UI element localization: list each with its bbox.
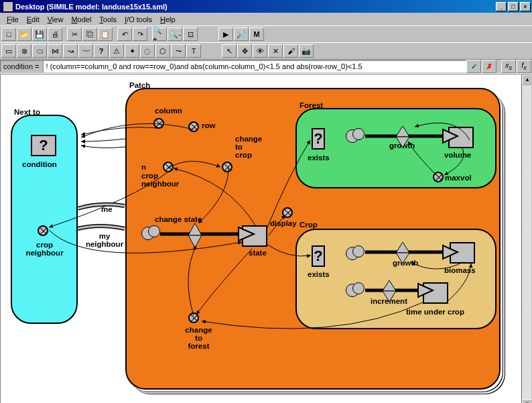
node-condition-box[interactable]: ?: [31, 135, 56, 156]
formula-input[interactable]: ! (column==column_0 and row==row_0)and a…: [43, 60, 466, 72]
label-change-to-crop: changetocrop: [235, 135, 272, 159]
label-crop-growth: growth: [393, 259, 418, 267]
menu-iotools[interactable]: I/O tools: [121, 14, 156, 25]
label-forest-volume: volume: [444, 151, 471, 159]
tb-copy-icon[interactable]: ⿻: [82, 27, 97, 41]
formula-xs-icon[interactable]: xs: [501, 60, 516, 73]
tb-redo-icon[interactable]: ↷: [133, 27, 147, 41]
label-state: state: [249, 249, 267, 257]
node-change-to-crop-var[interactable]: [222, 162, 232, 172]
tb-zoomin-icon[interactable]: 🔍+: [152, 27, 167, 41]
tb-search-icon[interactable]: 🔎: [234, 27, 249, 41]
node-crop-exists[interactable]: ?: [312, 245, 325, 267]
tool-ghost-icon[interactable]: ◌: [140, 44, 155, 58]
tool-condition-icon[interactable]: ?: [94, 44, 109, 58]
tb-zoomfit-icon[interactable]: ⊡: [183, 27, 198, 41]
minimize-button[interactable]: _: [496, 2, 507, 11]
node-change-to-forest-var[interactable]: [188, 312, 199, 323]
close-button[interactable]: ×: [520, 2, 531, 11]
label-forest-maxvol: maxvol: [445, 174, 472, 182]
maximize-button[interactable]: □: [508, 2, 519, 11]
tb-undo-icon[interactable]: ↶: [117, 27, 132, 41]
label-crop-increment: increment: [371, 297, 407, 305]
label-change-to-forest: changetoforest: [180, 326, 217, 350]
tool-pointer-icon[interactable]: ↖: [222, 44, 237, 58]
vertical-scrollbar[interactable]: ▲ ▼: [521, 74, 532, 403]
tool-camera-icon[interactable]: 📷: [299, 44, 314, 58]
formula-label: condition =: [0, 60, 43, 72]
tool-flowarrow-icon[interactable]: ⋈: [48, 44, 62, 58]
label-forest-exists: exists: [308, 154, 330, 162]
tool-compartment-icon[interactable]: ▭: [1, 44, 16, 58]
label-forest: Forest: [300, 101, 323, 109]
menu-edit[interactable]: Edit: [23, 14, 44, 25]
label-condition: condition: [22, 160, 57, 168]
tool-delete-icon[interactable]: ✕: [268, 44, 283, 58]
window-title: Desktop (SIMILE model: landuse15x15.sml): [15, 3, 496, 11]
tool-paint-icon[interactable]: 🖌: [283, 44, 298, 58]
label-patch: Patch: [129, 81, 150, 89]
label-column: column: [155, 107, 182, 115]
node-forest-volume-box[interactable]: [448, 127, 474, 148]
node-crop-biomass-box[interactable]: [450, 242, 475, 264]
app-icon: [3, 1, 13, 12]
node-column-var[interactable]: [153, 118, 164, 129]
title-bar: Desktop (SIMILE model: landuse15x15.sml)…: [0, 0, 532, 13]
tool-inspect-icon[interactable]: 👁: [253, 44, 267, 58]
tool-influence-icon[interactable]: ↝: [63, 44, 78, 58]
tool-migration-icon[interactable]: ⤳: [171, 44, 186, 58]
node-crop-neighbour-var[interactable]: [38, 225, 48, 236]
node-n-crop-neighbour-var[interactable]: [163, 162, 174, 172]
tool-text-icon[interactable]: T: [186, 44, 201, 58]
node-forest-exists[interactable]: ?: [312, 128, 325, 150]
label-forest-growth: growth: [389, 141, 415, 150]
tool-alarm-icon[interactable]: ⚠: [109, 44, 124, 58]
tool-move-icon[interactable]: ✥: [237, 44, 252, 58]
menu-view[interactable]: View: [44, 14, 68, 25]
label-crop-time: time under crop: [406, 308, 464, 316]
node-crop-time-box[interactable]: [423, 282, 448, 304]
label-me: me: [101, 205, 113, 213]
label-crop-neighbour: crop neighbour: [19, 241, 70, 257]
menu-help[interactable]: Help: [156, 14, 180, 25]
formula-accept-icon[interactable]: ✓: [466, 60, 481, 73]
tool-submodel-icon[interactable]: ⬭: [32, 44, 47, 58]
menu-bar: File Edit View Model Tools I/O tools Hel…: [0, 13, 532, 25]
label-row: row: [202, 121, 215, 129]
tb-paste-icon[interactable]: 📋: [98, 27, 113, 41]
tb-cut-icon[interactable]: ✂: [67, 27, 82, 41]
tb-open-icon[interactable]: 📂: [17, 27, 31, 41]
label-change-state: change state: [155, 215, 202, 223]
menu-model[interactable]: Model: [67, 14, 95, 25]
label-crop-exists: exists: [308, 270, 330, 278]
menu-file[interactable]: File: [3, 14, 23, 25]
tb-save-icon[interactable]: 💾: [32, 27, 47, 41]
scroll-up-icon[interactable]: ▲: [522, 74, 532, 85]
tb-m-icon[interactable]: M: [249, 27, 264, 41]
tb-print-icon[interactable]: 🖨: [48, 27, 62, 41]
menu-tools[interactable]: Tools: [95, 14, 121, 25]
tb-new-icon[interactable]: □: [1, 27, 16, 41]
node-display-var[interactable]: [282, 207, 293, 218]
tool-event-icon[interactable]: ⬡: [155, 44, 170, 58]
label-nextto: Next to: [14, 108, 40, 116]
label-my-neighbour: my neighbour: [81, 232, 128, 248]
node-row-var[interactable]: [188, 121, 199, 132]
node-forest-maxvol-var[interactable]: [433, 172, 444, 182]
tool-variable-icon[interactable]: ⊗: [17, 44, 31, 58]
label-crop-biomass: biomass: [444, 266, 476, 274]
label-n-crop-neighbour: crop neighbour: [141, 172, 192, 188]
tb-run-icon[interactable]: ▶: [218, 27, 233, 41]
tool-creation-icon[interactable]: ✦: [125, 44, 139, 58]
tb-zoomout-icon[interactable]: 🔍-: [168, 27, 182, 41]
label-display: display: [270, 219, 297, 227]
label-crop: Crop: [300, 221, 318, 229]
tool-role-icon[interactable]: 〰: [78, 44, 93, 58]
node-state-box[interactable]: [242, 225, 267, 247]
diagram-canvas[interactable]: Patch Next to Forest Crop ? condition cr…: [0, 74, 521, 403]
formula-fx-icon[interactable]: fx: [517, 60, 531, 73]
formula-cancel-icon[interactable]: ✗: [482, 60, 496, 73]
scroll-down-icon[interactable]: ▼: [522, 399, 532, 403]
